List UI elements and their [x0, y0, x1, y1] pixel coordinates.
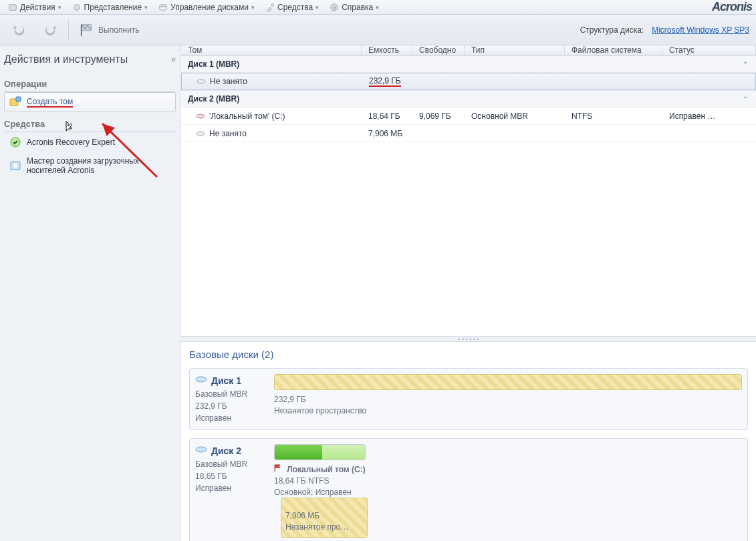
create-volume-icon [9, 96, 21, 108]
flag-icon [80, 23, 94, 37]
cell-free [412, 125, 465, 142]
recovery-label: Acronis Recovery Expert [27, 138, 115, 147]
svg-point-17 [197, 79, 205, 83]
cell-type: Основной MBR [465, 108, 565, 124]
cell-free: 9,069 ГБ [412, 108, 465, 124]
cell-cap: 18,64 ГБ [362, 108, 412, 124]
table-row[interactable]: Не занято 232,9 ГБ [181, 73, 756, 90]
cell-fs: NTFS [565, 108, 662, 124]
svg-point-16 [13, 164, 17, 168]
media-icon [9, 160, 21, 172]
cell-fs [565, 73, 663, 89]
execute-button[interactable]: Выполнить [74, 21, 145, 39]
structure-link[interactable]: Microsoft Windows XP SP3 [652, 25, 749, 35]
cell-type [465, 125, 565, 142]
group-disk1[interactable]: Диск 1 (MBR) ⌃ [181, 55, 756, 73]
disk1-name: Диск 1 [211, 374, 241, 388]
cell-fs [565, 125, 662, 142]
disk1-bar-desc: Незанятое пространство [274, 405, 742, 417]
disk2-seg-line2: Основной; Исправен [274, 487, 366, 498]
undo-button[interactable] [7, 21, 32, 39]
volume-list: Диск 1 (MBR) ⌃ Не занято 232,9 ГБ Диск 2… [181, 55, 756, 336]
chevron-up-icon: ⌃ [743, 96, 748, 103]
actions-icon [8, 3, 17, 12]
disk2-extra-desc: Незанятое про… [285, 522, 363, 533]
disk1-status: Исправен [195, 412, 267, 424]
chevron-down-icon: ▾ [58, 4, 61, 11]
menu-view[interactable]: Представление ▾ [68, 1, 152, 13]
collapse-icon[interactable]: « [171, 55, 176, 64]
main-panel: Том Емкость Свободно Тип Файловая систем… [180, 45, 756, 541]
sidebar-item-media-builder[interactable]: Мастер создания загрузочных носителей Ac… [4, 152, 176, 179]
col-volume[interactable]: Том [181, 45, 362, 55]
unallocated-icon [197, 77, 206, 86]
col-free[interactable]: Свободно [412, 45, 465, 55]
table-row[interactable]: Не занято 7,906 МБ [181, 125, 756, 142]
svg-rect-9 [84, 27, 86, 29]
disk2-seg-free [322, 445, 364, 460]
chevron-down-icon: ▾ [376, 4, 379, 11]
redo-button[interactable] [37, 21, 63, 39]
sidebar-item-create-volume[interactable]: Создать том [4, 92, 176, 112]
view-icon [72, 3, 82, 12]
chevron-down-icon: ▾ [144, 4, 148, 11]
recovery-icon [9, 136, 21, 148]
base-disks-title: Базовые диски (2) [181, 342, 756, 365]
redo-icon [43, 23, 57, 37]
disk2-card[interactable]: Диск 2 Базовый MBR 18,65 ГБ Исправен [189, 438, 748, 541]
sidebar-title-text: Действия и инструменты [4, 53, 128, 65]
disk1-type: Базовый MBR [195, 388, 267, 400]
svg-point-1 [74, 4, 80, 10]
sidebar-title: Действия и инструменты « [4, 49, 176, 72]
col-status[interactable]: Статус [662, 45, 756, 55]
volume-icon [196, 112, 205, 121]
help-icon: ? [330, 3, 339, 12]
cell-vol: Не занято [210, 77, 247, 86]
table-header: Том Емкость Свободно Тип Файловая систем… [181, 45, 756, 55]
chevron-up-icon: ⌃ [743, 61, 748, 68]
svg-point-18 [197, 114, 205, 118]
toolbar: Выполнить Структура диска: Microsoft Win… [0, 15, 756, 45]
brand-logo: Acronis [712, 0, 752, 14]
col-fs[interactable]: Файловая система [565, 45, 662, 55]
menu-disks[interactable]: Управление дисками ▾ [154, 1, 259, 13]
svg-rect-13 [16, 97, 21, 102]
disk2-type: Базовый MBR [195, 458, 267, 470]
table-row[interactable]: 'Локальный том' (C:) 18,64 ГБ 9,069 ГБ О… [181, 108, 756, 125]
svg-text:?: ? [333, 5, 336, 11]
create-volume-label: Создать том [27, 97, 73, 108]
disk1-bar[interactable] [274, 374, 742, 390]
svg-point-20 [196, 377, 207, 382]
cell-vol: Не занято [209, 129, 247, 138]
sidebar-group-ops: Операции [4, 76, 176, 92]
sidebar-item-recovery[interactable]: Acronis Recovery Expert [4, 132, 176, 152]
menu-disks-label: Управление дисками [170, 3, 249, 12]
disk2-bar[interactable] [274, 444, 366, 460]
disk1-card[interactable]: Диск 1 Базовый MBR 232,9 ГБ Исправен 232… [189, 368, 748, 430]
disk2-seg-name: Локальный том (C:) [287, 465, 365, 474]
group-disk2-label: Диск 2 (MBR) [188, 94, 239, 104]
menu-help[interactable]: ? Справка ▾ [326, 1, 383, 13]
col-capacity[interactable]: Емкость [362, 45, 412, 55]
menu-view-label: Представление [84, 3, 142, 12]
horizontal-splitter[interactable]: • • • • • • [181, 336, 756, 342]
cell-status [662, 125, 756, 142]
menu-help-label: Справка [342, 3, 373, 12]
menu-tools[interactable]: Средства ▾ [261, 1, 323, 13]
cell-cap: 7,906 МБ [362, 125, 412, 142]
group-disk1-label: Диск 1 (MBR) [188, 59, 239, 69]
cell-status [663, 73, 755, 89]
disk1-size: 232,9 ГБ [195, 400, 267, 412]
disk2-size: 18,65 ГБ [195, 470, 267, 482]
separator [68, 20, 69, 40]
disk2-extra[interactable]: 7,906 МБ Незанятое про… [281, 498, 368, 538]
svg-rect-8 [86, 24, 89, 27]
menu-actions[interactable]: Действия ▾ [4, 1, 66, 13]
group-disk2[interactable]: Диск 2 (MBR) ⌃ [181, 90, 756, 108]
cell-vol: 'Локальный том' (C:) [209, 112, 285, 121]
disk-icon [158, 3, 168, 12]
col-type[interactable]: Тип [465, 45, 565, 55]
disk1-meta: Диск 1 Базовый MBR 232,9 ГБ Исправен [195, 374, 267, 424]
disk2-status: Исправен [195, 482, 267, 494]
svg-point-21 [196, 447, 207, 452]
